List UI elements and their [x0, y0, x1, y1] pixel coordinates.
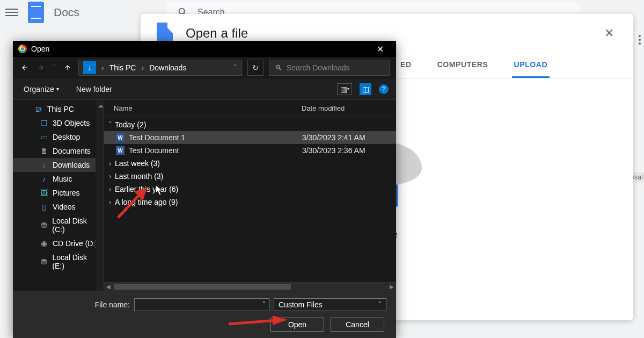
sidebar-item-3d-objects[interactable]: ❒3D Objects	[13, 116, 104, 130]
docs-app-label: Docs	[54, 6, 79, 19]
win-toolbar: Organize ▾ New folder ▥ ▾ ◫ ?	[13, 78, 396, 100]
sidebar-item-desktop[interactable]: ▭Desktop	[13, 130, 104, 144]
chevron-down-icon: ˅	[106, 120, 114, 129]
objects-3d-icon: ❒	[40, 119, 48, 127]
sidebar-item-local-e[interactable]: ⛃Local Disk (E:)	[13, 250, 104, 273]
scroll-left-icon[interactable]: ◀	[106, 284, 111, 290]
videos-icon: ▯	[40, 203, 48, 211]
win-search-placeholder: Search Downloads	[287, 63, 350, 72]
chevron-right-icon: ›	[106, 198, 114, 206]
sidebar-item-pictures[interactable]: 🖼Pictures	[13, 186, 104, 200]
nav-up-button[interactable]	[62, 62, 73, 73]
breadcrumb-this-pc[interactable]: This PC	[109, 63, 136, 72]
breadcrumb-downloads[interactable]: Downloads	[149, 63, 186, 72]
disk-icon: ⛃	[40, 221, 48, 229]
group-long-time[interactable]: ›A long time ago (9)	[104, 196, 396, 208]
column-header-name[interactable]: Name	[109, 104, 297, 112]
win-close-button[interactable]: ✕	[369, 44, 391, 54]
cd-icon: ◉	[40, 239, 48, 248]
pc-icon: 🖳	[34, 105, 43, 113]
file-name-row: File name: ˅ Custom Files˅	[23, 298, 386, 311]
nav-recent-dropdown[interactable]: ˅	[52, 62, 57, 73]
downloads-icon: ↓	[40, 161, 48, 169]
win-dialog-title: Open	[31, 45, 49, 53]
close-modal-button[interactable]: ✕	[601, 23, 617, 44]
docs-app-icon	[28, 2, 44, 23]
file-name-label: File name:	[23, 300, 130, 309]
sidebar-item-this-pc[interactable]: 🖳This PC	[13, 102, 104, 116]
nav-back-button[interactable]	[19, 62, 30, 73]
win-sidebar: 🖳This PC ❒3D Objects ▭Desktop 🗎Documents…	[13, 100, 104, 291]
sidebar-item-documents[interactable]: 🗎Documents	[13, 144, 104, 158]
windows-file-open-dialog: Open ✕ ˅ ↓ This PC Downloads ˅ ↻ 🔍︎ Sear…	[13, 41, 396, 338]
main-menu-icon[interactable]	[5, 6, 18, 19]
chevron-right-icon: ›	[106, 172, 114, 181]
group-last-month[interactable]: ›Last month (3)	[104, 170, 396, 183]
win-nav-bar: ˅ ↓ This PC Downloads ˅ ↻ 🔍︎ Search Down…	[13, 57, 396, 78]
list-column-headers: Name Date modified	[104, 100, 396, 117]
group-earlier-year[interactable]: ›Earlier this year (6)	[104, 183, 396, 196]
footer-button-row: Open Cancel	[23, 318, 386, 332]
group-last-week[interactable]: ›Last week (3)	[104, 157, 396, 170]
scroll-thumb[interactable]	[114, 284, 291, 290]
sidebar-item-cd-drive[interactable]: ◉CD Drive (D:)	[13, 236, 104, 250]
win-footer: File name: ˅ Custom Files˅ Open Cancel	[13, 291, 396, 338]
column-header-date[interactable]: Date modified	[297, 104, 391, 112]
sidebar-item-videos[interactable]: ▯Videos	[13, 200, 104, 214]
file-row-test-document-1[interactable]: WTest Document 1 3/30/2023 2:41 AM	[104, 131, 396, 144]
win-search-input[interactable]: 🔍︎ Search Downloads	[269, 60, 390, 76]
search-icon: 🔍︎	[275, 63, 282, 72]
chevron-right-icon: ›	[106, 159, 114, 168]
refresh-button[interactable]: ↻	[247, 60, 264, 76]
win-file-list: Name Date modified ˅Today (2) WTest Docu…	[104, 100, 396, 291]
file-name-input[interactable]: ˅	[134, 298, 269, 311]
open-file-title: Open a file	[186, 26, 248, 41]
scroll-right-icon[interactable]: ▶	[390, 284, 394, 290]
file-type-select[interactable]: Custom Files˅	[274, 298, 386, 311]
file-groups: ˅Today (2) WTest Document 1 3/30/2023 2:…	[104, 117, 396, 282]
chevron-right-icon: ›	[106, 185, 114, 193]
win-title-bar: Open ✕	[13, 41, 396, 57]
word-doc-icon: W	[116, 133, 125, 142]
folder-pc-icon: ↓	[83, 61, 96, 74]
view-options: ▥ ▾ ◫ ?	[337, 83, 389, 95]
address-dropdown-icon[interactable]: ˅	[233, 63, 237, 72]
music-icon: ♪	[40, 175, 48, 183]
group-today[interactable]: ˅Today (2)	[104, 118, 396, 131]
documents-icon: 🗎	[40, 147, 48, 155]
tab-shared[interactable]: ED	[398, 53, 414, 78]
disk-icon: ⛃	[40, 257, 48, 266]
view-mode-button[interactable]: ▥ ▾	[337, 83, 352, 95]
file-date: 3/30/2023 2:41 AM	[302, 133, 396, 142]
more-options-icon[interactable]	[639, 35, 641, 45]
file-type-dropdown-icon[interactable]: ˅	[378, 300, 382, 309]
cancel-button[interactable]: Cancel	[331, 318, 384, 332]
win-dialog-body: 🖳This PC ❒3D Objects ▭Desktop 🗎Documents…	[13, 100, 396, 291]
address-bar[interactable]: ↓ This PC Downloads ˅	[78, 60, 242, 76]
tab-computers[interactable]: COMPUTERS	[435, 53, 491, 78]
organize-button[interactable]: Organize ▾	[20, 83, 62, 96]
file-name-dropdown-icon[interactable]: ˅	[262, 300, 266, 309]
open-button[interactable]: Open	[270, 318, 324, 332]
chrome-icon	[18, 45, 27, 53]
sidebar-item-downloads[interactable]: ↓Downloads	[13, 158, 104, 172]
desktop-icon: ▭	[40, 133, 48, 141]
sidebar-item-music[interactable]: ♪Music	[13, 172, 104, 186]
file-date: 3/30/2023 2:36 AM	[302, 146, 396, 155]
breadcrumb-sep-icon	[140, 63, 145, 72]
tab-upload[interactable]: UPLOAD	[512, 53, 550, 78]
new-folder-button[interactable]: New folder	[73, 83, 115, 96]
breadcrumb-sep-icon	[100, 63, 105, 72]
nav-forward-button[interactable]	[35, 62, 46, 73]
horizontal-scrollbar[interactable]: ◀ ▶	[104, 282, 396, 291]
file-row-test-document[interactable]: WTest Document 3/30/2023 2:36 AM	[104, 144, 396, 157]
help-icon[interactable]: ?	[379, 84, 389, 94]
pictures-icon: 🖼	[40, 189, 48, 197]
preview-pane-button[interactable]: ◫	[360, 83, 371, 95]
word-doc-icon: W	[116, 146, 125, 155]
sidebar-item-local-c[interactable]: ⛃Local Disk (C:)	[13, 214, 104, 236]
